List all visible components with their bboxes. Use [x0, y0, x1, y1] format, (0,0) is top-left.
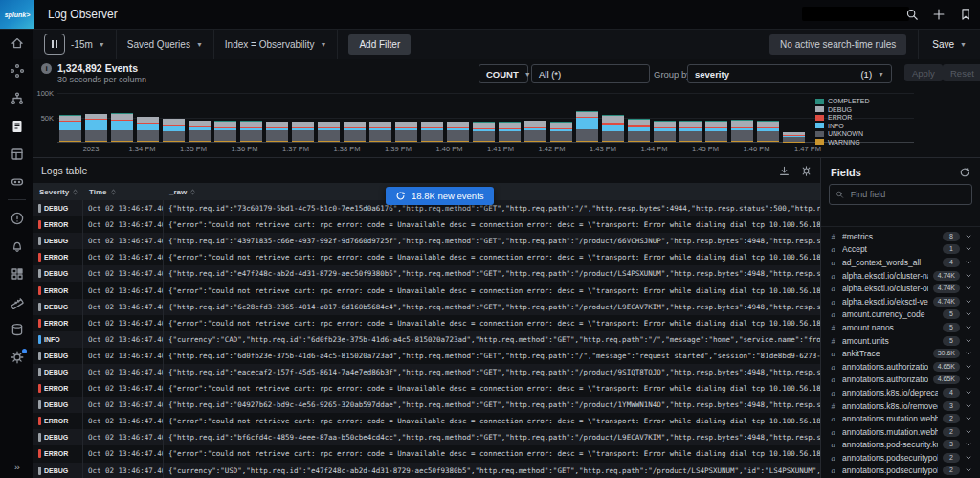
histogram-bar[interactable]	[731, 120, 753, 142]
legend-item-info[interactable]: INFO	[815, 123, 870, 129]
histogram-bar[interactable]	[395, 122, 417, 142]
sidebar-item-apps[interactable]	[0, 260, 33, 287]
sidebar-item-home[interactable]	[0, 29, 33, 57]
field-item[interactable]: aannotations.mutation.webh...2	[821, 425, 980, 439]
histogram-bar[interactable]	[576, 111, 598, 142]
legend-item-warning[interactable]: WARNING	[815, 139, 870, 146]
histogram-bar[interactable]	[628, 119, 650, 142]
chevron-down-icon[interactable]	[965, 285, 972, 292]
field-item[interactable]: aannotations.podsecuritypoli...2	[821, 451, 980, 465]
legend-item-unknown[interactable]: UNKNOWN	[815, 130, 870, 137]
log-row[interactable]: ERROROct 02 13:46:47.400{"error":"could …	[33, 249, 820, 265]
histogram-bar[interactable]	[318, 122, 340, 142]
field-item[interactable]: ##metrics8	[821, 230, 980, 243]
histogram-bar[interactable]	[783, 132, 805, 142]
chevron-down-icon[interactable]	[965, 272, 972, 280]
field-item[interactable]: aannotations.mutation.webh...2	[821, 412, 980, 425]
histogram-bar[interactable]	[137, 117, 159, 142]
sort-icon[interactable]	[72, 188, 78, 196]
log-row[interactable]: ERROROct 02 13:46:47.400{"error":"could …	[33, 413, 820, 429]
column-header-severity[interactable]: Severity	[33, 188, 83, 196]
sidebar-item-infrastructure[interactable]	[0, 168, 33, 195]
histogram-bar[interactable]	[654, 121, 676, 142]
index-filter-dropdown[interactable]: Index = Observability ▼	[214, 29, 339, 59]
histogram-bar[interactable]	[369, 122, 391, 142]
field-item[interactable]: aannotations.pod-security.ku...3	[821, 439, 980, 452]
legend-item-debug[interactable]: DEBUG	[815, 106, 870, 113]
chevron-down-icon[interactable]	[965, 454, 972, 462]
sidebar-item-data-management[interactable]	[0, 315, 33, 343]
histogram-bar[interactable]	[85, 114, 107, 142]
saved-queries-dropdown[interactable]: Saved Queries ▼	[117, 29, 214, 59]
chevron-down-icon[interactable]	[965, 245, 972, 253]
reset-button[interactable]: Reset	[943, 64, 980, 81]
histogram-bar[interactable]	[189, 121, 211, 142]
save-button[interactable]: Save ▼	[918, 29, 980, 59]
refresh-fields-icon[interactable]	[959, 167, 970, 178]
download-icon[interactable]	[778, 165, 791, 177]
sidebar-item-service-map[interactable]	[0, 84, 33, 112]
log-row[interactable]: ERROROct 02 13:46:47.400{"error":"could …	[33, 216, 820, 233]
sort-icon[interactable]	[189, 188, 196, 196]
pause-button[interactable]	[44, 34, 65, 55]
histogram-bar[interactable]	[602, 115, 624, 142]
histogram-bar[interactable]	[473, 122, 495, 142]
histogram-bar[interactable]	[214, 121, 236, 142]
chevron-down-icon[interactable]	[965, 363, 972, 371]
expand-nav-icon[interactable]: »	[0, 461, 33, 472]
field-item[interactable]: #annotations.k8s.io/removed...3	[821, 399, 980, 413]
info-icon[interactable]: i	[41, 63, 52, 74]
field-item[interactable]: aamount.currency_code5	[821, 308, 980, 322]
field-item[interactable]: aAccept1	[821, 243, 980, 257]
chevron-down-icon[interactable]	[965, 402, 972, 410]
chevron-down-icon[interactable]	[965, 376, 972, 383]
histogram-bar[interactable]	[59, 115, 81, 142]
field-item[interactable]: aalpha.eksctl.io/cluster-name4.74K	[821, 269, 980, 283]
histogram-bar[interactable]	[240, 121, 262, 142]
column-header-time[interactable]: Time	[83, 188, 164, 196]
bookmark-icon[interactable]	[959, 8, 972, 21]
search-icon[interactable]	[905, 8, 919, 21]
apply-button[interactable]: Apply	[904, 64, 943, 81]
chevron-down-icon[interactable]	[965, 428, 972, 436]
splunk-logo[interactable]: splunk>	[0, 0, 34, 29]
histogram-bar[interactable]	[421, 122, 443, 142]
field-item[interactable]: aalpha.eksctl.io/cluster-oidc-...4.74K	[821, 282, 980, 295]
find-field-input[interactable]	[849, 189, 966, 200]
chevron-down-icon[interactable]	[965, 467, 972, 474]
legend-item-completed[interactable]: COMPLETED	[815, 98, 870, 104]
log-row[interactable]: DEBUGOct 02 13:46:47.405{"http.req.id":"…	[33, 299, 820, 315]
sidebar-item-notifications[interactable]	[0, 232, 33, 260]
find-field-search[interactable]	[829, 184, 972, 205]
add-filter-button[interactable]: Add Filter	[348, 34, 411, 55]
histogram-bar[interactable]	[292, 122, 314, 142]
histogram-bar[interactable]	[344, 122, 366, 142]
log-row[interactable]: DEBUGOct 02 13:46:47.401{"http.req.id":"…	[33, 348, 820, 364]
log-row[interactable]: ERROROct 02 13:46:47.400{"error":"could …	[33, 380, 820, 397]
field-item[interactable]: aannotations.podsecuritypoli...2	[821, 465, 980, 478]
histogram-bar[interactable]	[499, 122, 521, 142]
field-item[interactable]: aannotations.authorization.k...4.65K	[821, 360, 980, 374]
sort-icon[interactable]	[110, 188, 117, 196]
chevron-down-icon[interactable]	[965, 337, 972, 345]
search-time-rules-button[interactable]: No active search-time rules	[769, 34, 906, 55]
field-item[interactable]: #amount.nanos5	[821, 321, 980, 334]
chevron-down-icon[interactable]	[965, 415, 972, 422]
create-icon[interactable]	[932, 8, 946, 21]
histogram-bar[interactable]	[111, 113, 133, 142]
histogram-bar[interactable]	[757, 121, 779, 142]
log-row[interactable]: ERROROct 02 13:46:47.404{"error":"could …	[33, 315, 820, 331]
field-item[interactable]: aankitTrace30.6K	[821, 347, 980, 360]
log-row[interactable]: ERROROct 02 13:46:47.408{"error":"could …	[33, 282, 820, 298]
aggregation-dropdown[interactable]: COUNT▼	[479, 64, 528, 83]
histogram-bar[interactable]	[524, 121, 546, 142]
chevron-down-icon[interactable]	[965, 441, 972, 448]
log-row[interactable]: DEBUGOct 02 13:46:47.400{"currency":"USD…	[33, 463, 820, 478]
sidebar-item-dashboards[interactable]	[0, 140, 33, 168]
group-by-dropdown[interactable]: severity (1) ▼	[687, 64, 892, 83]
field-item[interactable]: aannotations.k8s.io/depreca...4	[821, 386, 980, 399]
sidebar-item-settings[interactable]	[0, 343, 33, 371]
histogram-bar[interactable]	[550, 122, 572, 142]
legend-item-error[interactable]: ERROR	[815, 114, 870, 121]
table-settings-icon[interactable]	[800, 165, 813, 177]
